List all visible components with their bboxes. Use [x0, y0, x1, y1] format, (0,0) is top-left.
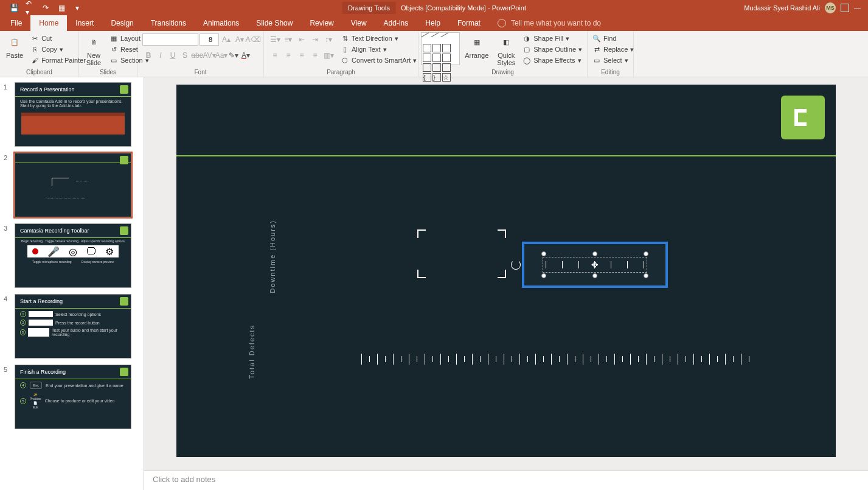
italic-button[interactable]: I [155, 49, 167, 61]
minimize-button[interactable]: — [854, 4, 861, 12]
increase-font-icon[interactable]: A▴ [220, 33, 232, 46]
columns-icon[interactable]: ▥▾ [322, 49, 335, 61]
quick-styles-button[interactable]: ◧Quick Styles [493, 32, 519, 68]
user-avatar[interactable]: MS [825, 2, 836, 13]
align-text-button[interactable]: ▯Align Text ▾ [338, 44, 419, 54]
notes-pane[interactable]: Click to add notes [144, 471, 868, 490]
tab-insert[interactable]: Insert [67, 15, 102, 31]
slide-thumbnail-5[interactable]: Finish a Recording 4EscEnd your presenta… [15, 365, 131, 429]
justify-icon[interactable]: ≡ [309, 49, 321, 61]
select-label: Select [603, 57, 622, 64]
thumb3-bot1: Toggle microphone recording [32, 260, 71, 264]
save-icon[interactable]: 💾 [10, 4, 18, 12]
thumb5-produce: Produce [30, 397, 41, 401]
tab-slideshow[interactable]: Slide Show [248, 15, 301, 31]
outline-icon: ▢ [523, 45, 531, 54]
change-case-icon[interactable]: Aa▾ [215, 49, 227, 61]
underline-button[interactable]: U [167, 49, 179, 61]
text-direction-button[interactable]: ⇅Text Direction ▾ [338, 33, 419, 43]
tell-me-search[interactable]: Tell me what you want to do [489, 15, 609, 31]
axis-label-downtime: Downtime (Hours) [269, 220, 276, 293]
slide-canvas[interactable]: Downtime (Hours) Total Defects [176, 85, 836, 457]
slide-thumbnail-4[interactable]: Start a Recording 1Select recording opti… [15, 294, 131, 359]
undo-icon[interactable]: ↶ ▾ [26, 4, 34, 12]
thumb3-col2: Toggle camera recording [45, 239, 78, 243]
tab-transitions[interactable]: Transitions [142, 15, 195, 31]
selection-handle[interactable] [644, 273, 648, 278]
font-size-input[interactable] [200, 33, 219, 46]
selection-handle[interactable] [592, 273, 597, 278]
shape-outline-button[interactable]: ▢Shape Outline ▾ [520, 44, 585, 54]
tab-file[interactable]: File [2, 15, 30, 31]
bold-button[interactable]: B [142, 49, 155, 61]
ribbon-tabs: File Home Insert Design Transitions Anim… [0, 15, 868, 31]
replace-icon: ⇄ [592, 45, 601, 54]
select-button[interactable]: ▭Select ▾ [590, 55, 636, 65]
numbering-icon[interactable]: ≡▾ [282, 33, 294, 46]
shadow-button[interactable]: S [179, 49, 191, 61]
thumb-number: 4 [4, 294, 11, 359]
align-text-label: Align Text [352, 46, 381, 53]
tell-me-placeholder: Tell me what you want to do [511, 19, 601, 27]
ribbon-display-icon[interactable] [841, 4, 849, 12]
selection-handle[interactable] [592, 251, 597, 256]
tab-help[interactable]: Help [417, 15, 449, 31]
tab-home[interactable]: Home [30, 15, 67, 31]
selection-handle[interactable] [541, 273, 546, 278]
camtasia-badge-icon [120, 156, 128, 164]
font-color-icon[interactable]: A▾ [240, 49, 252, 61]
tab-addins[interactable]: Add-ins [375, 15, 417, 31]
font-name-input[interactable] [142, 33, 198, 46]
paste-label: Paste [6, 52, 23, 59]
shape-fill-button[interactable]: ◑Shape Fill ▾ [520, 33, 585, 43]
char-spacing-icon[interactable]: AV▾ [203, 49, 215, 61]
convert-smartart-button[interactable]: ⬡Convert to SmartArt ▾ [338, 55, 419, 65]
shape-effects-button[interactable]: ◯Shape Effects ▾ [520, 55, 585, 65]
new-slide-button[interactable]: 🗎 New Slide [82, 32, 106, 68]
slide-thumbnail-3[interactable]: Camtasia Recording Toolbar Begin recordi… [15, 223, 131, 288]
redo-icon[interactable]: ↷ [41, 4, 50, 12]
tab-review[interactable]: Review [301, 15, 342, 31]
align-left-icon[interactable]: ≡ [269, 49, 281, 61]
line-spacing-icon[interactable]: ↕▾ [322, 33, 335, 46]
selection-handle[interactable] [644, 251, 648, 256]
increase-indent-icon[interactable]: ⇥ [309, 33, 321, 46]
start-from-beginning-icon[interactable]: ▦ [57, 4, 66, 12]
effects-icon: ◯ [523, 56, 531, 65]
paste-button[interactable]: 📋 Paste [2, 32, 27, 60]
thumb3-bot2: Display camera preview [82, 260, 114, 264]
tab-format[interactable]: Format [449, 15, 489, 31]
bullets-icon[interactable]: ☰▾ [269, 33, 281, 46]
shapes-gallery[interactable]: {}☆ [421, 32, 460, 65]
decrease-font-icon[interactable]: A▾ [234, 33, 246, 46]
arrange-button[interactable]: ▦Arrange [461, 32, 492, 60]
slide-canvas-area[interactable]: Downtime (Hours) Total Defects [144, 77, 868, 471]
slide-thumbnails-panel[interactable]: 1 Record a Presentation Use the Camtasia… [0, 77, 144, 490]
group-label-font: Font [140, 68, 261, 77]
thumb4-step3: Test your audio and then start your reco… [52, 328, 126, 337]
find-button[interactable]: 🔍Find [590, 33, 636, 43]
strike-button[interactable]: abc [191, 49, 203, 61]
thumb-body: Use the Camtasia Add-in to record your p… [15, 97, 131, 110]
slide-thumbnail-2[interactable]: '''''''''' '''''''''''''''''''''''''''''… [15, 153, 131, 217]
rotation-handle[interactable] [511, 260, 521, 270]
selection-handle[interactable] [541, 251, 546, 256]
decrease-indent-icon[interactable]: ⇤ [296, 33, 308, 46]
thumb-title: Finish a Recording [15, 365, 131, 379]
highlight-icon[interactable]: ✎▾ [227, 49, 240, 61]
selected-shape[interactable]: ✥ [522, 242, 668, 288]
camtasia-logo [781, 96, 825, 139]
align-right-icon[interactable]: ≡ [296, 49, 308, 61]
thumb5-edit: Edit [30, 405, 41, 409]
camtasia-badge-icon [120, 297, 128, 306]
tab-design[interactable]: Design [102, 15, 142, 31]
clear-formatting-icon[interactable]: A⌫ [247, 33, 259, 46]
arrange-icon: ▦ [468, 33, 485, 51]
tab-animations[interactable]: Animations [195, 15, 248, 31]
align-center-icon[interactable]: ≡ [282, 49, 294, 61]
replace-button[interactable]: ⇄Replace ▾ [590, 44, 636, 54]
qat-dropdown-icon[interactable]: ▾ [73, 4, 82, 12]
layout-icon: ▦ [109, 34, 118, 43]
slide-thumbnail-1[interactable]: Record a Presentation Use the Camtasia A… [15, 82, 131, 147]
tab-view[interactable]: View [342, 15, 375, 31]
